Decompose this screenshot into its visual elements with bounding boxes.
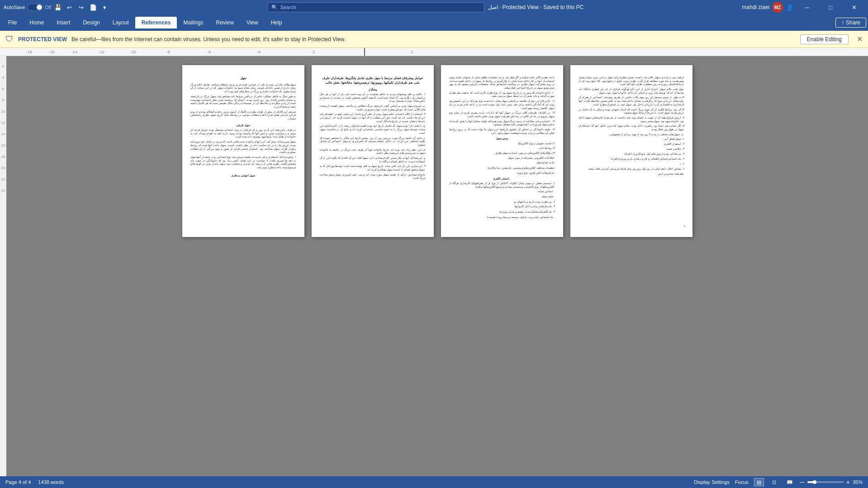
protected-banner: 🛡 PROTECTED VIEW Be careful—files from t… xyxy=(0,31,868,48)
view-web-button[interactable]: ⊡ xyxy=(769,478,779,486)
ruler-mark-center: · xyxy=(365,50,367,54)
tab-file[interactable]: File xyxy=(2,17,23,28)
tab-design[interactable]: Design xyxy=(76,17,106,28)
view-read-button[interactable]: 📖 xyxy=(785,478,795,486)
banner-text: PROTECTED VIEW Be careful—files from the… xyxy=(18,36,796,43)
banner-close-button[interactable]: ✕ xyxy=(857,35,863,43)
user-name: mahdi ziaei xyxy=(742,4,769,10)
status-bar: Page 4 of 4 1438 words Display Settings … xyxy=(0,476,868,488)
page-1-text-2: به طور مثال به خاطر عملکرد خاص از دریافت… xyxy=(190,95,296,109)
tab-view[interactable]: View xyxy=(240,17,265,28)
ruler-mark-2: -2 xyxy=(311,50,315,54)
page-1-text-footer: سهل انتهایی و نظری xyxy=(190,174,296,178)
tab-insert[interactable]: Insert xyxy=(50,17,76,28)
page-marker-10: 10 xyxy=(1,109,5,114)
autosave-state: Off xyxy=(45,5,51,10)
zoom-out-button[interactable]: ─ xyxy=(800,479,805,486)
search-icon: 🔍 xyxy=(271,5,278,10)
page-marker-12: 12 xyxy=(1,121,5,125)
minimize-button[interactable]: ─ xyxy=(797,0,817,14)
view-print-button[interactable]: ▤ xyxy=(754,478,764,486)
title-bar-right: mahdi ziaei MZ 👤 ─ □ ✕ xyxy=(742,0,864,14)
tab-mailings[interactable]: Mailings xyxy=(177,17,209,28)
banner-message: Be careful—files from the Internet can c… xyxy=(71,36,346,43)
title-bar-left: AutoSave Off 💾 ↩ ↪ 📄 ▾ xyxy=(4,3,109,11)
maximize-button[interactable]: □ xyxy=(820,0,841,14)
tab-help[interactable]: Help xyxy=(265,17,289,28)
close-button[interactable]: ✕ xyxy=(844,0,864,14)
tab-review[interactable]: Review xyxy=(210,17,240,28)
page-3-section5: ۴. بلد الکتریکی(شامل مدت پیشبو و پارتی و… xyxy=(449,210,555,214)
customize-icon[interactable]: ▾ xyxy=(101,3,109,11)
autosave-label: AutoSave xyxy=(4,5,25,10)
page-3-section6: . بلد اجتماعی بلند ترتیب شامل، توسعه مرت… xyxy=(449,216,555,219)
page-1-text-3: سر هم این آقایان از پیش از طرف نظری و تک… xyxy=(190,110,296,121)
word-count: 1438 words xyxy=(38,479,64,485)
page-3: تا حد نظریه بالاتر دقت میکنند و اگر تفکر… xyxy=(441,65,563,237)
page-1: سهل سهل هلالی فارابی نسب و یکی از خوانین… xyxy=(182,65,304,237)
autosave-area: AutoSave Off xyxy=(4,4,51,11)
ruler-mark-18: -18 xyxy=(26,50,32,54)
zoom-handle[interactable] xyxy=(813,480,816,484)
page-marker-8: 8 xyxy=(2,98,4,102)
title-center: 🔍 Search اصل · Protected View · Saved to… xyxy=(267,2,584,12)
doc-title: اصل · Protected View · Saved to this PC xyxy=(488,4,584,10)
ruler-mark-8: -8 xyxy=(166,50,170,54)
user-info: mahdi ziaei MZ xyxy=(742,2,783,13)
page-2-title: عوامل پیشرفتان فضای مرتبط با سهل نظری شا… xyxy=(320,76,426,85)
page-marker-16: 16 xyxy=(1,143,5,147)
ribbon: File Home Insert Design Layout Reference… xyxy=(0,14,868,31)
page-marker-20: 20 xyxy=(1,166,5,170)
save-icon[interactable]: 💾 xyxy=(54,3,62,11)
ruler-mark-16: -16 xyxy=(49,50,55,54)
zoom-level: 35% xyxy=(853,479,863,485)
page-info: Page 4 of 4 xyxy=(5,479,31,485)
ruler-mark-12: -12 xyxy=(99,50,104,54)
page-1-title: سهل xyxy=(190,76,296,81)
ruler-mark-6: -6 xyxy=(207,50,211,54)
page-marker-2: 2 xyxy=(2,64,4,68)
page-4-section: ۳. بی تعادلی بودن ارزش های اول تابع کارب… xyxy=(579,152,684,166)
search-box[interactable]: 🔍 Search xyxy=(267,2,484,12)
share-label: Share xyxy=(846,19,860,26)
page-4-number: 1 xyxy=(683,224,685,228)
page-marker-22: 22 xyxy=(1,177,5,181)
tab-layout[interactable]: Layout xyxy=(106,17,135,28)
page-1-section: سهل قرضی در طرف پائین همه این آن به روز … xyxy=(190,123,296,170)
zoom-slider: ─ + 35% xyxy=(800,479,863,486)
tab-home[interactable]: Home xyxy=(23,17,50,28)
tab-references[interactable]: References xyxy=(135,17,177,28)
enable-editing-button[interactable]: Enable Editing xyxy=(800,34,849,44)
ruler: -18 -16 -14 -12 -10 -8 -6 -4 -2 · 2 xyxy=(0,48,868,56)
zoom-in-button[interactable]: + xyxy=(846,479,850,486)
page-3-section2: تنظیمات مختلف الکترونیکی(پروسس، پارتیشن،… xyxy=(449,166,555,175)
page-marker-18: 18 xyxy=(1,155,5,159)
left-sidebar: 2 4 6 8 10 12 14 16 18 20 22 24 xyxy=(0,56,6,476)
page-marker-4: 4 xyxy=(2,76,4,80)
page-3-section4: ۲. بی نظری بودن تاریخ و باعثهای نو ۳. بل… xyxy=(449,200,555,208)
page-marker-6: 6 xyxy=(2,87,4,91)
page-2: عوامل پیشرفتان فضای مرتبط با سهل نظری شا… xyxy=(312,65,434,237)
page-marker-14: 14 xyxy=(1,132,5,136)
undo-icon[interactable]: ↩ xyxy=(66,3,74,11)
status-left: Page 4 of 4 1438 words xyxy=(5,479,64,485)
new-doc-icon[interactable]: 📄 xyxy=(89,3,97,11)
page-3-section: مرض سهل ۱) خدمت عمومی و نوع الکترونیک ۲)… xyxy=(449,137,555,165)
zoom-bar[interactable] xyxy=(807,481,844,483)
status-right: Display Settings Focus ▤ ⊡ 📖 ─ + 35% xyxy=(694,478,863,486)
share-icon: ↑ xyxy=(841,19,844,26)
search-placeholder: Search xyxy=(280,5,296,10)
redo-icon[interactable]: ↪ xyxy=(77,3,85,11)
page-4-section2: ۶. مشاور اعلان با هم اولی در روز اول روز… xyxy=(579,167,684,175)
share-button[interactable]: ↑ Share xyxy=(835,18,866,28)
document-area: سهل سهل هلالی فارابی نسب و یکی از خوانین… xyxy=(6,56,868,476)
profile-icon[interactable]: 👤 xyxy=(786,3,794,11)
title-bar: AutoSave Off 💾 ↩ ↪ 📄 ▾ 🔍 Search اصل · Pr… xyxy=(0,0,868,14)
focus-label[interactable]: Focus xyxy=(735,479,749,485)
page-marker-24: 24 xyxy=(1,189,5,193)
display-settings[interactable]: Display Settings xyxy=(694,479,730,485)
user-avatar[interactable]: MZ xyxy=(772,2,783,13)
autosave-toggle[interactable] xyxy=(27,4,43,11)
ruler-mark-2p: 2 xyxy=(411,50,413,54)
page-1-text-1: سهل هلالی فارابی نسب و یکی از خوانین عمد… xyxy=(190,83,296,94)
